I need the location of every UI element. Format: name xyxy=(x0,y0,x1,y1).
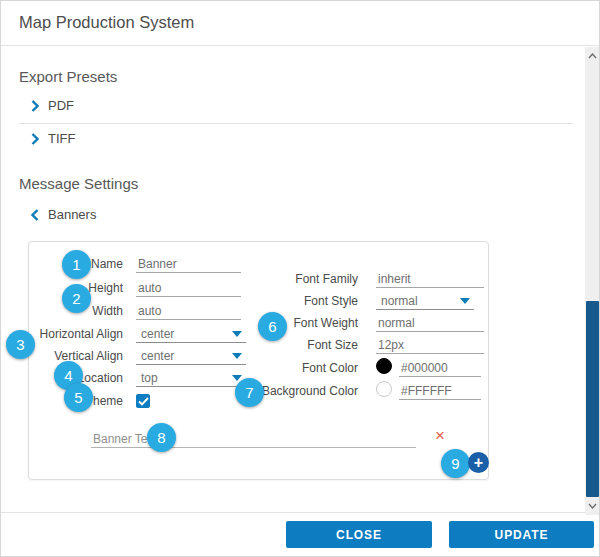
font-style-field-row: Font Style normal xyxy=(231,292,474,310)
chevron-right-icon xyxy=(31,100,39,112)
theme-checkbox[interactable] xyxy=(136,394,150,408)
banners-back-link[interactable]: Banners xyxy=(31,207,96,222)
tiff-expander-label: TIFF xyxy=(48,131,75,146)
font-color-field-row: Font Color #000000 xyxy=(231,358,481,378)
dropdown-arrow-icon xyxy=(460,298,470,304)
font-weight-label: Font Weight xyxy=(231,314,358,332)
chevron-up-icon xyxy=(588,53,597,59)
font-weight-input[interactable]: normal xyxy=(376,314,484,332)
callout-1: 1 xyxy=(62,250,91,279)
chevron-left-icon xyxy=(31,209,39,221)
chevron-right-icon xyxy=(31,133,39,145)
font-color-input[interactable]: #000000 xyxy=(399,359,481,377)
width-field-row: Width auto xyxy=(16,302,241,320)
font-style-select[interactable]: normal xyxy=(376,292,474,310)
font-size-input[interactable]: 12px xyxy=(376,336,484,354)
font-family-label: Font Family xyxy=(231,270,358,288)
scroll-up-button[interactable] xyxy=(585,49,600,63)
vertical-align-field-row: Vertical Align center xyxy=(16,347,246,365)
map-production-system-dialog: Map Production System Export Presets PDF… xyxy=(0,0,600,557)
pdf-expander-label: PDF xyxy=(48,98,74,113)
name-input[interactable]: Banner xyxy=(136,255,241,273)
location-field-row: Location top xyxy=(16,369,246,387)
scrollbar[interactable] xyxy=(585,47,600,515)
font-color-swatch[interactable] xyxy=(376,358,392,374)
pdf-divider xyxy=(19,123,573,124)
width-input[interactable]: auto xyxy=(136,302,241,320)
message-settings-heading: Message Settings xyxy=(19,175,138,192)
callout-2: 2 xyxy=(62,284,91,313)
height-field-row: Height auto xyxy=(16,279,241,297)
font-style-label: Font Style xyxy=(231,292,358,310)
callout-3: 3 xyxy=(6,330,35,359)
pdf-expander[interactable]: PDF xyxy=(31,98,74,113)
background-color-field-row: Background Color #FFFFFF xyxy=(231,381,481,401)
background-color-swatch[interactable] xyxy=(376,381,392,397)
background-color-input[interactable]: #FFFFFF xyxy=(399,382,481,400)
callout-7: 7 xyxy=(235,378,264,407)
font-color-label: Font Color xyxy=(231,358,358,378)
remove-banner-button[interactable]: × xyxy=(435,428,445,444)
scrollbar-thumb[interactable] xyxy=(586,301,599,497)
scroll-down-button[interactable] xyxy=(585,499,600,513)
chevron-down-icon xyxy=(588,503,597,509)
dialog-title: Map Production System xyxy=(19,13,194,32)
header-divider xyxy=(1,45,600,46)
export-presets-heading: Export Presets xyxy=(19,68,117,85)
banner-text-input[interactable]: Banner Text xyxy=(91,430,416,448)
name-field-row: Name Banner xyxy=(16,255,241,273)
tiff-expander[interactable]: TIFF xyxy=(31,131,75,146)
callout-9: 9 xyxy=(441,449,470,478)
callout-8: 8 xyxy=(147,423,176,452)
callout-6: 6 xyxy=(258,312,287,341)
banners-back-label: Banners xyxy=(48,207,96,222)
font-size-label: Font Size xyxy=(231,336,358,354)
close-button[interactable]: CLOSE xyxy=(286,521,432,548)
update-button[interactable]: UPDATE xyxy=(449,521,594,548)
height-input[interactable]: auto xyxy=(136,279,241,297)
horizontal-align-field-row: Horizontal Align center xyxy=(16,325,246,343)
location-select[interactable]: top xyxy=(136,369,246,387)
callout-5: 5 xyxy=(64,383,93,412)
footer-divider xyxy=(1,512,600,513)
font-family-field-row: Font Family inherit xyxy=(231,270,484,288)
add-banner-button[interactable]: + xyxy=(468,452,489,473)
checkmark-icon xyxy=(138,397,149,406)
vertical-align-select[interactable]: center xyxy=(136,347,246,365)
font-family-input[interactable]: inherit xyxy=(376,270,484,288)
horizontal-align-select[interactable]: center xyxy=(136,325,246,343)
